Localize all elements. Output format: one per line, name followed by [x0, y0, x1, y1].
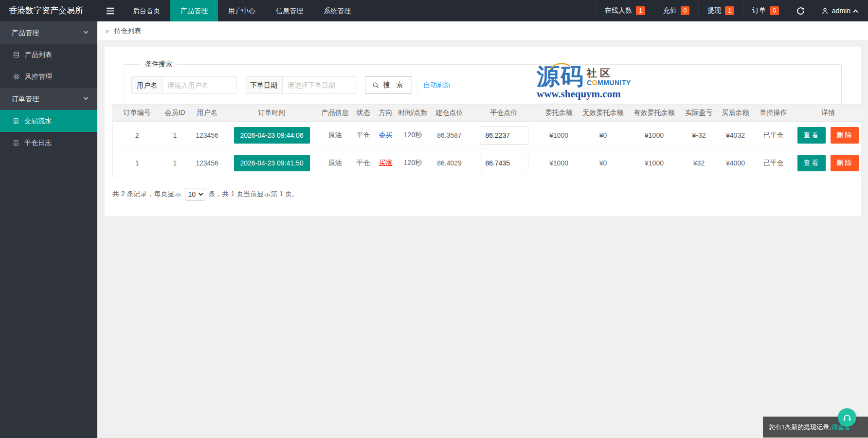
col-header-open-point: 建仓点位 — [429, 105, 470, 122]
topbar-right: 在线人数 1 充值 0 提现 1 订单 0 admin — [596, 0, 868, 21]
cell-control-status: 已平仓 — [755, 149, 792, 177]
username-input[interactable] — [163, 77, 236, 93]
sidebar-item-product-list[interactable]: 产品列表 — [0, 44, 97, 66]
nav-item-home[interactable]: 后台首页 — [123, 0, 170, 21]
notification-circle-button[interactable] — [838, 408, 856, 427]
order-date-input[interactable] — [283, 77, 357, 93]
cell-order-no: 2 — [113, 122, 162, 149]
sidebar-group-product-management[interactable]: 产品管理 — [0, 21, 97, 44]
stat-online-label: 在线人数 — [605, 6, 632, 15]
close-point-input[interactable] — [480, 126, 528, 145]
top-nav: 后台首页 产品管理 用户中心 信息管理 系统管理 — [123, 0, 361, 21]
sidebar-group-label: 产品管理 — [12, 29, 39, 36]
pagination: 共 2 条记录，每页显示 10 条，共 1 页当前显示第 1 页。 — [112, 188, 853, 201]
col-header-status: 状态 — [352, 105, 375, 122]
nav-item-users[interactable]: 用户中心 — [218, 0, 266, 21]
brand-title: 香港数字资产交易所 — [0, 0, 97, 21]
positions-table: 订单编号 会员ID 用户名 订单时间 产品信息 状态 方向 时间/点数 建仓点位… — [112, 104, 865, 177]
order-date-group: 下单日期 — [245, 76, 357, 94]
cell-status: 平仓 — [352, 122, 375, 149]
table-row: 1 1 123456 2026-04-23 09:41:50 原油 平仓 买涨 … — [113, 149, 865, 177]
user-menu[interactable]: admin — [813, 0, 868, 21]
sidebar: 产品管理 产品列表 风控管理 订单管理 交易流水 平仓日志 — [0, 21, 97, 438]
cell-open-point: 86.3587 — [429, 122, 470, 149]
breadcrumb: » 持仓列表 — [97, 21, 868, 40]
stat-withdraw[interactable]: 提现 1 — [698, 0, 743, 21]
col-header-profit: 实际盈亏 — [682, 105, 716, 122]
search-legend: 条件搜索 — [140, 60, 177, 69]
close-point-input[interactable] — [480, 154, 528, 172]
cell-entrust-balance: ¥1000 — [538, 122, 580, 149]
main-content: » 持仓列表 条件搜索 用户名 下单日期 搜 索 — [97, 21, 868, 438]
cell-valid-entrust: ¥1000 — [627, 149, 682, 177]
stat-orders-label: 订单 — [752, 6, 766, 15]
cell-member-id: 1 — [162, 122, 189, 149]
chevron-up-icon — [853, 9, 858, 14]
stat-orders[interactable]: 订单 0 — [743, 0, 788, 21]
nav-item-info[interactable]: 信息管理 — [266, 0, 313, 21]
order-time-button[interactable]: 2026-04-23 09:44:06 — [234, 127, 310, 144]
col-header-entrust-balance: 委托余额 — [538, 105, 580, 122]
view-button[interactable]: 查看 — [797, 155, 826, 171]
layers-icon — [13, 51, 20, 58]
cell-product: 原油 — [318, 149, 352, 177]
sidebar-group-label: 订单管理 — [12, 95, 39, 103]
document-icon — [13, 140, 19, 146]
top-navbar: 香港数字资产交易所 后台首页 产品管理 用户中心 信息管理 系统管理 在线人数 … — [0, 0, 868, 21]
search-button-label: 搜 索 — [383, 81, 405, 90]
username-group: 用户名 — [131, 76, 237, 94]
stat-recharge-badge: 0 — [681, 6, 690, 15]
col-header-product: 产品信息 — [318, 105, 352, 122]
cell-username: 123456 — [189, 149, 226, 177]
sidebar-item-close-log[interactable]: 平仓日志 — [0, 132, 97, 154]
chevron-down-icon — [84, 29, 89, 34]
delete-button[interactable]: 删除 — [831, 155, 859, 171]
stat-online-badge: 1 — [636, 6, 645, 15]
cell-balance-after: ¥4032 — [716, 122, 755, 149]
auto-refresh-link[interactable]: 自动刷新 — [423, 81, 451, 90]
stat-online[interactable]: 在线人数 1 — [596, 0, 654, 21]
sidebar-item-label: 产品列表 — [25, 51, 52, 59]
cell-entrust-balance: ¥1000 — [538, 149, 580, 177]
user-icon — [821, 7, 829, 15]
sidebar-group-order-management[interactable]: 订单管理 — [0, 88, 97, 110]
cell-member-id: 1 — [162, 149, 189, 177]
breadcrumb-separator: » — [105, 26, 109, 35]
col-header-valid-entrust: 有效委托余额 — [627, 105, 682, 122]
hamburger-menu-icon[interactable] — [97, 0, 123, 21]
stat-recharge-label: 充值 — [663, 6, 677, 15]
search-row: 用户名 下单日期 搜 索 自动刷新 — [131, 76, 834, 94]
table-row: 2 1 123456 2026-04-23 09:44:06 原油 平仓 委买 … — [113, 122, 865, 149]
username-label: 用户名 — [132, 77, 163, 93]
refresh-button[interactable] — [788, 0, 813, 21]
refresh-icon — [796, 6, 805, 16]
content-card: 条件搜索 用户名 下单日期 搜 索 自动刷新 — [105, 47, 861, 216]
sidebar-item-label: 交易流水 — [24, 117, 52, 126]
page-size-select[interactable]: 10 — [185, 188, 205, 201]
view-button[interactable]: 查看 — [797, 127, 826, 144]
cell-product: 原油 — [318, 122, 352, 149]
pagination-prefix: 共 2 条记录，每页显示 — [112, 190, 181, 199]
cell-control-status: 已平仓 — [755, 122, 792, 149]
stat-recharge[interactable]: 充值 0 — [654, 0, 699, 21]
delete-button[interactable]: 删除 — [831, 127, 859, 144]
col-header-order-no: 订单编号 — [113, 105, 162, 122]
sidebar-item-trade-flow[interactable]: 交易流水 — [0, 110, 97, 132]
toast-message: 您有1条新的提现记录, — [769, 423, 831, 432]
direction-link[interactable]: 买涨 — [379, 159, 393, 166]
nav-item-system[interactable]: 系统管理 — [313, 0, 361, 21]
col-header-close-point: 平仓点位 — [470, 105, 538, 122]
stat-withdraw-badge: 1 — [725, 6, 734, 15]
direction-link[interactable]: 委买 — [379, 131, 393, 139]
user-name: admin — [832, 7, 850, 15]
search-button[interactable]: 搜 索 — [365, 76, 412, 94]
cell-invalid-entrust: ¥0 — [580, 149, 627, 177]
col-header-balance-after: 买后余额 — [716, 105, 755, 122]
nav-item-products[interactable]: 产品管理 — [170, 0, 218, 21]
cell-duration: 120秒 — [397, 122, 429, 149]
cell-status: 平仓 — [352, 149, 375, 177]
cell-valid-entrust: ¥1000 — [627, 122, 682, 149]
table-header-row: 订单编号 会员ID 用户名 订单时间 产品信息 状态 方向 时间/点数 建仓点位… — [113, 105, 865, 122]
sidebar-item-risk-management[interactable]: 风控管理 — [0, 66, 97, 88]
order-time-button[interactable]: 2026-04-23 09:41:50 — [234, 155, 310, 171]
